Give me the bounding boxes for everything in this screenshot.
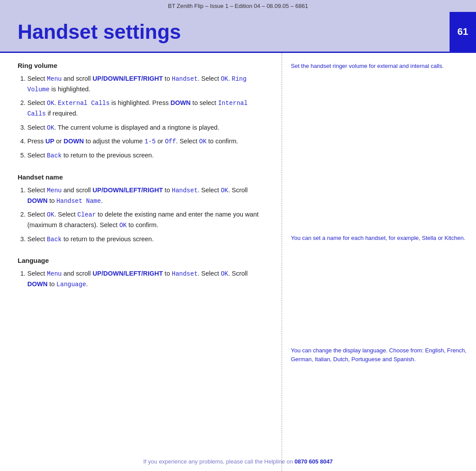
menu-code: Menu [47, 270, 62, 277]
handset-code: Handset [172, 75, 198, 82]
ring-volume-steps: Select Menu and scroll UP/DOWN/LEFT/RIGH… [27, 74, 264, 161]
ok-code: OK [47, 124, 54, 131]
section-handset-name: Handset name Select Menu and scroll UP/D… [18, 173, 264, 244]
right-note-handset-name: You can set a name for each handset, for… [291, 234, 467, 243]
up-bold: UP [45, 138, 54, 145]
ok-code: OK [221, 75, 228, 82]
list-item: Select Menu and scroll UP/DOWN/LEFT/RIGH… [27, 269, 264, 289]
direction-bold: UP/DOWN/LEFT/RIGHT [93, 187, 163, 194]
ok-code: OK [221, 270, 228, 277]
ok-code: OK [199, 138, 207, 145]
list-item: Press UP or DOWN to adjust the volume 1-… [27, 136, 264, 147]
handset-code: Handset [172, 187, 198, 194]
language-code: Language [56, 281, 86, 288]
footer-phone: 0870 605 8047 [294, 458, 333, 465]
down-bold: DOWN [27, 197, 48, 204]
handset-name-code: Handset Name [56, 198, 101, 205]
list-item: Select Menu and scroll UP/DOWN/LEFT/RIGH… [27, 74, 264, 94]
top-bar-text: BT Zenith Flip – Issue 1 – Edition 04 – … [168, 3, 308, 9]
ok-code: OK [221, 187, 228, 194]
down-bold: DOWN [63, 138, 84, 145]
handset-code: Handset [172, 270, 198, 277]
direction-bold: UP/DOWN/LEFT/RIGHT [93, 270, 163, 277]
down-bold: DOWN [171, 99, 191, 106]
language-title: Language [18, 257, 264, 264]
ok-code: OK [47, 100, 54, 107]
external-calls-code: External Calls [58, 100, 110, 107]
list-item: Select Menu and scroll UP/DOWN/LEFT/RIGH… [27, 185, 264, 206]
language-steps: Select Menu and scroll UP/DOWN/LEFT/RIGH… [27, 269, 264, 289]
menu-code: Menu [47, 187, 62, 194]
list-item: Select OK. Select Clear to delete the ex… [27, 209, 264, 230]
handset-name-title: Handset name [18, 173, 264, 181]
clear-code: Clear [78, 211, 96, 218]
list-item: Select Back to return to the previous sc… [27, 234, 264, 245]
right-note-ring-volume: Set the handset ringer volume for extern… [291, 62, 467, 71]
footer-text: If you experience any problems, please c… [143, 458, 294, 465]
left-column: Ring volume Select Menu and scroll UP/DO… [0, 53, 282, 471]
back-code: Back [47, 236, 62, 243]
ring-volume-title: Ring volume [18, 62, 264, 69]
down-bold: DOWN [27, 280, 48, 288]
right-col-spacer2 [291, 260, 467, 346]
language-note-text: You can change the display language. Cho… [291, 347, 466, 363]
title-area: Handset settings 61 [0, 12, 476, 52]
main-content: Ring volume Select Menu and scroll UP/DO… [0, 53, 476, 471]
menu-code: Menu [47, 75, 62, 82]
back-code: Back [47, 152, 62, 159]
top-bar: BT Zenith Flip – Issue 1 – Edition 04 – … [0, 0, 476, 12]
section-language: Language Select Menu and scroll UP/DOWN/… [18, 257, 264, 289]
ring-volume-note-text: Set the handset ringer volume for extern… [291, 63, 444, 69]
right-column: Set the handset ringer volume for extern… [282, 53, 476, 471]
right-col-spacer1 [291, 88, 467, 234]
ok-code: OK [47, 211, 54, 218]
list-item: Select OK. The current volume is display… [27, 123, 264, 133]
off-code: Off [165, 138, 176, 145]
list-item: Select OK. External Calls is highlighted… [27, 98, 264, 119]
list-item: Select Back to return to the previous sc… [27, 150, 264, 161]
handset-name-note-text: You can set a name for each handset, for… [291, 235, 465, 241]
right-note-language: You can change the display language. Cho… [291, 346, 467, 364]
page-number: 61 [450, 12, 476, 52]
footer: If you experience any problems, please c… [0, 458, 476, 465]
page-title: Handset settings [18, 20, 181, 44]
ok-code: OK [119, 222, 127, 229]
direction-bold: UP/DOWN/LEFT/RIGHT [93, 75, 163, 82]
handset-name-steps: Select Menu and scroll UP/DOWN/LEFT/RIGH… [27, 185, 264, 244]
vol-range-code: 1-5 [145, 138, 156, 145]
section-ring-volume: Ring volume Select Menu and scroll UP/DO… [18, 62, 264, 161]
